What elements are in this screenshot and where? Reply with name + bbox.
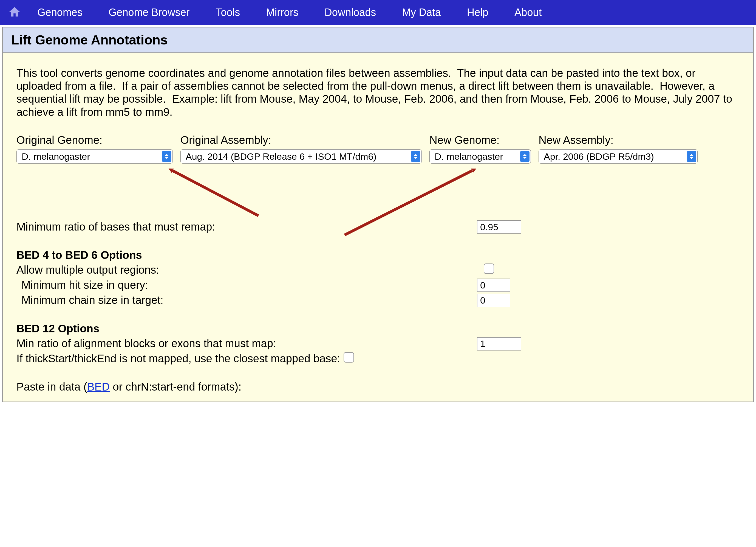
chevron-updown-icon	[520, 151, 530, 162]
page-title: Lift Genome Annotations	[11, 32, 745, 47]
paste-suffix: or chrN:start-end formats):	[110, 381, 241, 393]
min-chain-target-label: Minimum chain size in target:	[21, 294, 477, 307]
new-assembly-value: Apr. 2006 (BDGP R5/dm3)	[544, 151, 654, 162]
page-title-bar: Lift Genome Annotations	[3, 27, 753, 53]
min-block-ratio-label: Min ratio of alignment blocks or exons t…	[16, 337, 477, 350]
original-assembly-select[interactable]: Aug. 2014 (BDGP Release 6 + ISO1 MT/dm6)	[180, 149, 422, 163]
new-genome-value: D. melanogaster	[435, 151, 503, 162]
bed46-heading: BED 4 to BED 6 Options	[16, 249, 740, 261]
original-genome-value: D. melanogaster	[22, 151, 90, 162]
chevron-updown-icon	[162, 151, 171, 162]
min-chain-target-input[interactable]	[477, 294, 510, 307]
nav-help[interactable]: Help	[467, 7, 488, 18]
svg-line-0	[172, 170, 258, 216]
thick-fallback-checkbox[interactable]	[344, 352, 354, 363]
min-ratio-input[interactable]	[477, 220, 521, 233]
nav-about[interactable]: About	[514, 7, 542, 18]
new-assembly-label: New Assembly:	[539, 134, 698, 146]
nav-downloads[interactable]: Downloads	[324, 7, 376, 18]
original-genome-label: Original Genome:	[16, 134, 173, 146]
thick-fallback-label: If thickStart/thickEnd is not mapped, us…	[16, 352, 340, 365]
nav-tools[interactable]: Tools	[216, 7, 240, 18]
new-genome-label: New Genome:	[429, 134, 531, 146]
nav-mirrors[interactable]: Mirrors	[266, 7, 298, 18]
nav-my-data[interactable]: My Data	[402, 7, 441, 18]
original-assembly-value: Aug. 2014 (BDGP Release 6 + ISO1 MT/dm6)	[186, 151, 376, 162]
new-genome-select[interactable]: D. melanogaster	[429, 149, 531, 163]
bed12-heading: BED 12 Options	[16, 322, 740, 335]
chevron-updown-icon	[687, 151, 696, 162]
allow-multiple-checkbox[interactable]	[484, 263, 494, 274]
assembly-selector-row: Original Genome: D. melanogaster Origina…	[16, 134, 740, 163]
chevron-updown-icon	[411, 151, 420, 162]
home-icon[interactable]	[8, 5, 21, 19]
paste-prefix: Paste in data (	[16, 381, 87, 393]
nav-genomes[interactable]: Genomes	[37, 7, 83, 18]
new-assembly-select[interactable]: Apr. 2006 (BDGP R5/dm3)	[539, 149, 698, 163]
content-area: This tool converts genome coordinates an…	[3, 53, 753, 402]
min-ratio-label: Minimum ratio of bases that must remap:	[16, 220, 477, 233]
min-hit-query-input[interactable]	[477, 279, 510, 292]
original-assembly-label: Original Assembly:	[180, 134, 422, 146]
paste-data-prompt: Paste in data (BED or chrN:start-end for…	[16, 381, 740, 393]
nav-genome-browser[interactable]: Genome Browser	[109, 7, 190, 18]
original-genome-select[interactable]: D. melanogaster	[16, 149, 173, 163]
top-nav: Genomes Genome Browser Tools Mirrors Dow…	[0, 0, 756, 25]
allow-multiple-label: Allow multiple output regions:	[16, 263, 477, 277]
bed-format-link[interactable]: BED	[87, 381, 110, 393]
min-hit-query-label: Minimum hit size in query:	[21, 279, 477, 292]
intro-text: This tool converts genome coordinates an…	[16, 67, 740, 118]
min-block-ratio-input[interactable]	[477, 337, 521, 351]
page-frame: Lift Genome Annotations This tool conver…	[2, 27, 754, 402]
annotation-arrows	[16, 166, 740, 218]
